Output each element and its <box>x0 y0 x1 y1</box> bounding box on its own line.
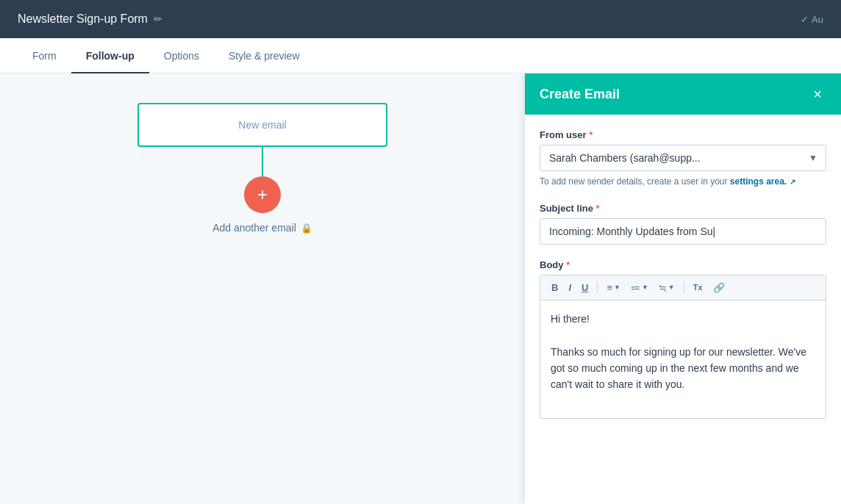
bullet-button[interactable]: ≔ ▼ <box>627 280 652 295</box>
tab-bar: Form Follow-up Options Style & preview <box>0 38 841 73</box>
lock-icon: 🔒 <box>301 223 312 234</box>
add-email-label-wrapper: Add another email 🔒 <box>212 222 312 234</box>
from-user-hint: To add new sender details, create a user… <box>540 176 826 188</box>
email-card[interactable]: New email <box>137 103 387 147</box>
body-required: * <box>566 259 570 270</box>
subject-line-input[interactable] <box>540 218 826 245</box>
bullet-icon: ≔ <box>631 282 640 293</box>
subject-line-label: Subject line * <box>540 203 826 214</box>
add-email-text: Add another email <box>212 222 296 234</box>
toolbar-separator-1 <box>597 281 598 293</box>
toolbar-separator-2 <box>684 281 684 293</box>
body-label: Body * <box>540 259 826 270</box>
edit-icon[interactable]: ✏ <box>154 13 162 25</box>
checkmark-icon: ✓ <box>801 14 809 25</box>
tab-form[interactable]: Form <box>18 50 71 73</box>
sidebar-title: Create Email <box>540 87 620 102</box>
main-content: New email + Add another email 🔒 Create E… <box>0 73 841 504</box>
close-button[interactable]: × <box>809 85 826 103</box>
tab-options[interactable]: Options <box>149 50 214 73</box>
rich-text-toolbar: B I U ≡ ▼ ≔ ▼ ≒ <box>540 276 826 300</box>
form-title-text: Newsletter Sign-up Form <box>18 12 148 26</box>
underline-button[interactable]: U <box>578 280 592 295</box>
align-dropdown-arrow: ▼ <box>614 284 620 291</box>
link-button[interactable]: 🔗 <box>709 280 729 295</box>
sidebar-header: Create Email × <box>525 73 841 115</box>
clear-format-button[interactable]: Tx <box>690 281 706 294</box>
connector-line <box>262 147 263 176</box>
numbered-dropdown-arrow: ▼ <box>668 284 675 291</box>
top-header: Newsletter Sign-up Form ✏ ✓ Au <box>0 0 841 38</box>
from-user-group: From user * Sarah Chambers (sarah@supp..… <box>540 129 826 188</box>
subject-line-required: * <box>596 203 600 214</box>
settings-area-link[interactable]: settings area. ↗ <box>730 176 795 187</box>
autosave-indicator: ✓ Au <box>801 14 823 25</box>
tab-style-preview[interactable]: Style & preview <box>214 50 314 73</box>
tab-followup[interactable]: Follow-up <box>71 50 149 73</box>
create-email-panel: Create Email × From user * Sarah Chamber… <box>525 73 841 504</box>
from-user-required: * <box>589 129 593 140</box>
align-button[interactable]: ≡ ▼ <box>603 280 624 295</box>
header-title: Newsletter Sign-up Form ✏ <box>18 12 162 26</box>
external-link-icon: ↗ <box>790 178 795 186</box>
body-group: Body * B I U ≡ ▼ ≔ <box>540 259 826 419</box>
bold-button[interactable]: B <box>548 280 562 295</box>
sidebar-body: From user * Sarah Chambers (sarah@supp..… <box>525 115 841 504</box>
from-user-label: From user * <box>540 129 826 140</box>
bullet-dropdown-arrow: ▼ <box>642 284 648 291</box>
italic-button[interactable]: I <box>565 280 575 295</box>
numbered-icon: ≒ <box>659 282 667 293</box>
body-content[interactable]: Hi there! Thanks so much for signing up … <box>540 300 826 418</box>
rich-text-container: B I U ≡ ▼ ≔ ▼ ≒ <box>540 275 826 419</box>
left-panel: New email + Add another email 🔒 <box>0 73 525 504</box>
from-user-select[interactable]: Sarah Chambers (sarah@supp... <box>540 145 826 171</box>
autosave-text: Au <box>812 14 823 25</box>
numbered-button[interactable]: ≒ ▼ <box>655 280 679 295</box>
email-card-label: New email <box>238 119 286 131</box>
align-icon: ≡ <box>606 282 612 293</box>
subject-line-group: Subject line * <box>540 203 826 245</box>
add-email-button[interactable]: + <box>244 176 281 213</box>
from-user-select-wrapper: Sarah Chambers (sarah@supp... ▼ <box>540 145 826 171</box>
hint-text-content: To add new sender details, create a user… <box>540 176 727 187</box>
